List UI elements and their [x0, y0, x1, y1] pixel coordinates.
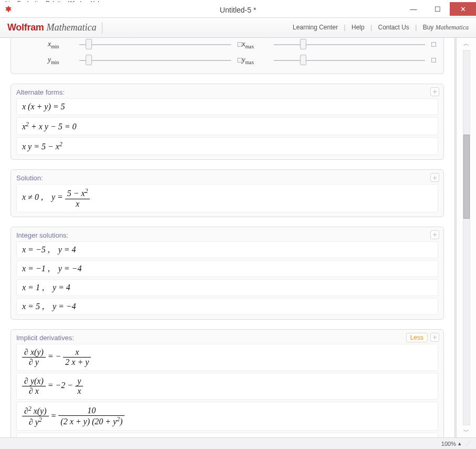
workspace: xmin xmax ymin ymax + Alternate forms: x…	[0, 38, 476, 437]
xmin-slider[interactable]	[79, 42, 242, 47]
implicit-derivatives-title: Implicit derivatives:	[16, 334, 438, 342]
zoom-up-icon[interactable]: ▴	[458, 440, 461, 447]
alt-form-3: x y = 5 − x2	[16, 137, 438, 155]
notebook-content: xmin xmax ymin ymax + Alternate forms: x…	[0, 38, 455, 437]
implicit-deriv-3: ∂2 x(y)∂ y2 = 10(2 x + y) (20 + y2)	[16, 402, 438, 431]
ymax-label: ymax	[242, 56, 274, 65]
brand-wolfram: Wolfram	[7, 22, 44, 33]
buy-label-product: Mathematica	[436, 24, 469, 31]
brand: Wolfram Mathematica	[7, 22, 97, 33]
alt-form-2: x2 + x y − 5 = 0	[16, 117, 438, 135]
int-sol-4: x = 5 , y = −4	[16, 298, 438, 315]
brand-divider	[102, 22, 102, 34]
ymin-slider[interactable]	[79, 58, 242, 63]
scroll-track[interactable]	[463, 50, 470, 425]
xmin-label: xmin	[48, 40, 79, 49]
implicit-deriv-2: ∂ y(x)∂ x = −2 − yx	[16, 373, 438, 400]
maximize-button[interactable]: ☐	[426, 2, 450, 16]
window-titlebar: Untitled-5 * — ☐ ✕	[0, 2, 476, 18]
vertical-scrollbar[interactable]: ︿ ﹀	[455, 38, 476, 437]
minimize-button[interactable]: —	[401, 2, 426, 16]
int-sol-2: x = −1 , y = −4	[16, 260, 438, 277]
implicit-deriv-4: ∂2 y(x)∂ x2 = 2 (x + y)x2	[16, 433, 438, 437]
status-bar: 100% ▴ ⋰	[0, 437, 476, 449]
contact-us-link[interactable]: Contact Us	[378, 24, 409, 31]
alt-form-1: x (x + y) = 5	[16, 98, 438, 115]
help-link[interactable]: Help	[351, 24, 365, 31]
ymin-label: ymin	[48, 56, 79, 65]
integer-solutions-title: Integer solutions:	[16, 231, 438, 239]
plot-range-pod: xmin xmax ymin ymax	[11, 38, 444, 74]
zoom-level[interactable]: 100%	[441, 441, 456, 447]
buy-label-prefix: Buy	[423, 24, 436, 31]
ymax-slider[interactable]	[274, 58, 437, 63]
pod-expand-button[interactable]: +	[430, 173, 439, 182]
product-topbar: Wolfram Mathematica Learning Center | He…	[0, 18, 476, 38]
alternate-forms-pod: + Alternate forms: x (x + y) = 5 x2 + x …	[11, 84, 444, 160]
pod-expand-button[interactable]: +	[430, 333, 439, 342]
integer-solutions-pod: + Integer solutions: x = −5 , y = 4 x = …	[11, 227, 444, 320]
implicit-deriv-1: ∂ x(y)∂ y = − x2 x + y	[16, 344, 438, 371]
int-sol-1: x = −5 , y = 4	[16, 241, 438, 258]
alternate-forms-title: Alternate forms:	[16, 88, 438, 96]
solution-row: x ≠ 0 , y = 5 − x2x	[16, 184, 438, 212]
pod-expand-button[interactable]: +	[430, 230, 439, 239]
resize-grip-icon[interactable]: ⋰	[465, 440, 473, 447]
solution-pod: + Solution: x ≠ 0 , y = 5 − x2x	[11, 169, 444, 217]
solution-title: Solution:	[16, 174, 438, 182]
scroll-up-icon[interactable]: ︿	[463, 40, 469, 48]
xmax-slider[interactable]	[274, 42, 437, 47]
top-links: Learning Center | Help | Contact Us | Bu…	[293, 24, 469, 32]
xmax-label: xmax	[242, 40, 274, 49]
app-icon	[4, 6, 13, 14]
brand-mathematica: Mathematica	[47, 22, 97, 33]
implicit-derivatives-pod: + Less Implicit derivatives: ∂ x(y)∂ y =…	[11, 329, 444, 437]
pod-less-button[interactable]: Less	[406, 333, 428, 342]
scroll-down-icon[interactable]: ﹀	[463, 427, 469, 435]
svg-marker-0	[5, 6, 12, 13]
pod-expand-button[interactable]: +	[430, 87, 439, 96]
learning-center-link[interactable]: Learning Center	[293, 24, 338, 31]
scroll-thumb[interactable]	[463, 135, 470, 219]
int-sol-3: x = 1 , y = 4	[16, 279, 438, 296]
close-button[interactable]: ✕	[450, 2, 476, 16]
buy-link[interactable]: Buy Mathematica	[423, 24, 469, 31]
